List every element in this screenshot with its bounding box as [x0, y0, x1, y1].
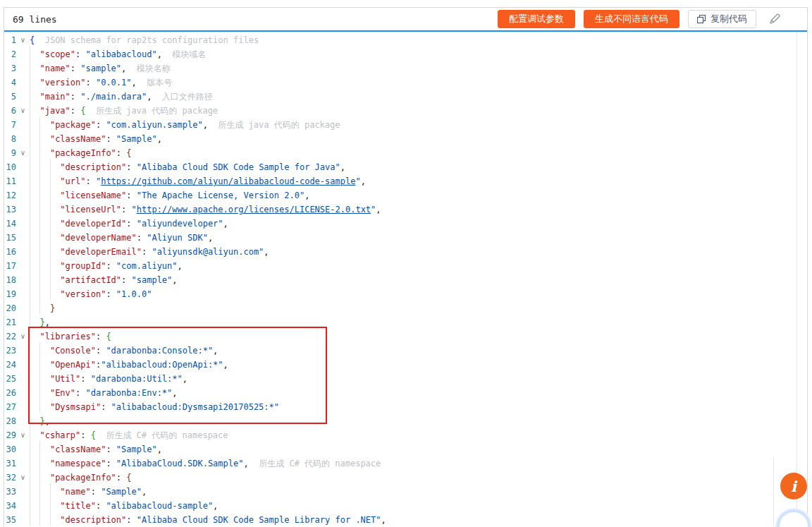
code-editor[interactable]: 1∨{ JSON schema for rap2ts configuration… — [4, 32, 807, 527]
code-line[interactable]: 32∨ "packageInfo": { — [4, 471, 807, 485]
code-line-content: "Env": "darabonba:Env:*", — [30, 386, 178, 400]
code-line-content: } — [30, 301, 55, 315]
line-number: 4 — [4, 75, 16, 90]
line-number: 30 — [4, 442, 16, 456]
line-number: 3 — [4, 61, 16, 75]
code-line[interactable]: 12 "licenseName": "The Apache License, V… — [4, 188, 807, 202]
fold-chevron-icon[interactable]: ∨ — [16, 471, 30, 485]
code-line[interactable]: 22∨ "libraries": { — [4, 329, 807, 344]
line-number: 6 — [4, 104, 16, 118]
fold-spacer — [16, 485, 30, 499]
fold-spacer — [16, 513, 30, 527]
code-line[interactable]: 20 } — [4, 301, 807, 315]
fold-spacer — [16, 75, 30, 90]
edit-code-button[interactable] — [766, 11, 783, 28]
code-line[interactable]: 15 "developerName": "Aliyun SDK", — [4, 231, 807, 245]
code-line-content: "className": "Sample", — [30, 442, 162, 456]
code-line-content: "licenseName": "The Apache License, Vers… — [30, 188, 309, 202]
line-number: 12 — [4, 188, 16, 202]
code-line-content: "licenseUrl": "http://www.apache.org/lic… — [30, 202, 381, 217]
generate-other-language-button[interactable]: 生成不同语言代码 — [584, 10, 679, 28]
code-line[interactable]: 4 "version": "0.0.1", 版本号 — [4, 75, 807, 90]
code-lines: 1∨{ JSON schema for rap2ts configuration… — [4, 33, 807, 527]
code-line[interactable]: 33 "name": "Sample", — [4, 485, 807, 499]
line-number: 29 — [4, 428, 16, 442]
code-line[interactable]: 26 "Env": "darabonba:Env:*", — [4, 386, 807, 400]
code-line[interactable]: 16 "developerEmail": "aliyunsdk@aliyun.c… — [4, 245, 807, 259]
pencil-icon — [768, 12, 782, 26]
info-fab-button[interactable]: i — [780, 473, 807, 499]
code-line[interactable]: 28 }, — [4, 414, 807, 428]
code-line[interactable]: 17 "groupId": "com.aliyun", — [4, 259, 807, 273]
fold-chevron-icon[interactable]: ∨ — [16, 33, 30, 47]
code-line-content: "name": "sample", 模块名称 — [30, 61, 171, 75]
code-line[interactable]: 1∨{ JSON schema for rap2ts configuration… — [4, 33, 807, 47]
code-line-content: "csharp": { 所生成 C# 代码的 namespace — [30, 428, 228, 442]
code-line-content: }, — [30, 414, 50, 428]
code-line[interactable]: 2 "scope": "alibabacloud", 模块域名 — [4, 47, 807, 61]
code-line-content: "developerEmail": "aliyunsdk@aliyun.com"… — [30, 245, 269, 259]
code-line[interactable]: 18 "artifactId": "sample", — [4, 273, 807, 287]
code-line[interactable]: 31 "namespace": "AlibabaCloud.SDK.Sample… — [4, 456, 807, 471]
code-line[interactable]: 25 "Util": "darabonba:Util:*", — [4, 372, 807, 386]
code-line[interactable]: 34 "title": "alibabacloud-sample", — [4, 499, 807, 513]
code-line-content: "OpenApi":"alibabacloud:OpenApi:*", — [30, 358, 228, 372]
code-line[interactable]: 27 "Dysmsapi": "alibabacloud:Dysmsapi201… — [4, 400, 807, 414]
line-number: 25 — [4, 372, 16, 386]
line-number: 14 — [4, 217, 16, 231]
line-number: 7 — [4, 118, 16, 132]
line-number: 1 — [4, 33, 16, 47]
fold-spacer — [16, 132, 30, 146]
configure-debug-params-button[interactable]: 配置调试参数 — [498, 10, 575, 28]
code-line-content: "Dysmsapi": "alibabacloud:Dysmsapi201705… — [30, 400, 279, 414]
copy-code-button[interactable]: 复制代码 — [688, 10, 756, 28]
code-line-content: "name": "Sample", — [30, 485, 147, 499]
code-line[interactable]: 13 "licenseUrl": "http://www.apache.org/… — [4, 202, 807, 217]
fold-spacer — [16, 301, 30, 315]
code-line-content: "className": "Sample", — [30, 132, 162, 146]
line-count-label: 69 lines — [13, 14, 57, 25]
code-line[interactable]: 14 "developerId": "aliyundeveloper", — [4, 217, 807, 231]
fold-spacer — [16, 188, 30, 202]
code-line-content: "package": "com.aliyun.sample", 所生成 java… — [30, 118, 340, 132]
fold-spacer — [16, 414, 30, 428]
code-line[interactable]: 11 "url": "https://github.com/aliyun/ali… — [4, 174, 807, 188]
line-number: 28 — [4, 414, 16, 428]
code-line[interactable]: 7 "package": "com.aliyun.sample", 所生成 ja… — [4, 118, 807, 132]
line-number: 8 — [4, 132, 16, 146]
code-line[interactable]: 21 }, — [4, 315, 807, 329]
fold-chevron-icon[interactable]: ∨ — [16, 146, 30, 160]
code-line[interactable]: 23 "Console": "darabonba:Console:*", — [4, 344, 807, 358]
fold-chevron-icon[interactable]: ∨ — [16, 104, 30, 118]
code-line[interactable]: 8 "className": "Sample", — [4, 132, 807, 146]
fold-chevron-icon[interactable]: ∨ — [16, 329, 30, 344]
line-number: 27 — [4, 400, 16, 414]
code-line-content: }, — [30, 315, 50, 329]
fold-spacer — [16, 245, 30, 259]
code-line[interactable]: 10 "description": "Alibaba Cloud SDK Cod… — [4, 160, 807, 174]
code-line-content: "title": "alibabacloud-sample", — [30, 499, 218, 513]
code-line[interactable]: 24 "OpenApi":"alibabacloud:OpenApi:*", — [4, 358, 807, 372]
indent-guide — [50, 483, 51, 526]
code-line[interactable]: 19 "version": "1.0.0" — [4, 287, 807, 301]
code-line[interactable]: 29∨ "csharp": { 所生成 C# 代码的 namespace — [4, 428, 807, 442]
line-number: 2 — [4, 47, 16, 61]
line-number: 34 — [4, 499, 16, 513]
code-line[interactable]: 30 "className": "Sample", — [4, 442, 807, 456]
line-number: 16 — [4, 245, 16, 259]
code-line[interactable]: 35 "description": "Alibaba Cloud SDK Cod… — [4, 513, 807, 527]
fold-spacer — [16, 61, 30, 75]
fold-spacer — [16, 344, 30, 358]
code-line[interactable]: 9∨ "packageInfo": { — [4, 146, 807, 160]
code-line-content: "groupId": "com.aliyun", — [30, 259, 183, 273]
line-number: 33 — [4, 485, 16, 499]
code-line[interactable]: 6∨ "java": { 所生成 java 代码的 package — [4, 104, 807, 118]
fold-spacer — [16, 160, 30, 174]
fold-spacer — [16, 456, 30, 471]
code-line[interactable]: 5 "main": "./main.dara", 入口文件路径 — [4, 90, 807, 104]
code-line-content: "main": "./main.dara", 入口文件路径 — [30, 90, 213, 104]
fold-spacer — [16, 90, 30, 104]
fold-spacer — [16, 47, 30, 61]
fold-chevron-icon[interactable]: ∨ — [16, 428, 30, 442]
code-line[interactable]: 3 "name": "sample", 模块名称 — [4, 61, 807, 75]
